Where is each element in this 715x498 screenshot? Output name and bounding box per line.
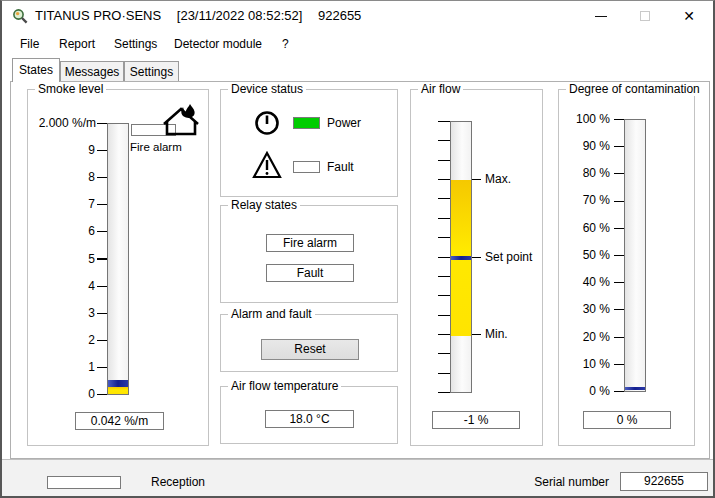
smoke-tick-label: 6 xyxy=(32,224,95,238)
fault-state-indicator xyxy=(293,161,320,173)
tab-states[interactable]: States xyxy=(12,58,60,82)
title-device-id: 922655 xyxy=(318,8,361,23)
maximize-button xyxy=(624,3,666,29)
air-flow-min-label: Min. xyxy=(485,327,508,341)
magnifier-icon xyxy=(12,8,28,24)
air-flow-group: Air flow xyxy=(410,89,543,446)
window-title: TITANUS PRO·SENS [23/11/2022 08:52:52] 9… xyxy=(35,8,373,23)
contamination-tick-label: 60 % xyxy=(562,221,610,235)
menu-report[interactable]: Report xyxy=(55,34,99,54)
smoke-level-title: Smoke level xyxy=(35,82,106,96)
close-icon: ✕ xyxy=(683,8,695,24)
title-bar: TITANUS PRO·SENS [23/11/2022 08:52:52] 9… xyxy=(2,1,713,31)
tab-settings[interactable]: Settings xyxy=(124,61,179,82)
fault-label: Fault xyxy=(327,160,354,174)
title-datetime: [23/11/2022 08:52:52] xyxy=(177,8,303,23)
power-state-indicator xyxy=(293,117,320,129)
menu-bar: File Report Settings Detector module ? xyxy=(2,32,713,54)
power-icon xyxy=(254,110,280,136)
smoke-tick-label: 1 xyxy=(32,360,95,374)
contamination-tick-label: 0 % xyxy=(562,384,610,398)
tab-messages[interactable]: Messages xyxy=(60,61,124,82)
alarm-fault-title: Alarm and fault xyxy=(228,307,315,321)
smoke-tick-label: 8 xyxy=(32,170,95,184)
smoke-level-gauge xyxy=(107,123,129,395)
air-flow-scale-ticks xyxy=(438,121,450,395)
smoke-tick-label: 7 xyxy=(32,197,95,211)
contamination-level-bar xyxy=(625,387,645,390)
relay-states-group: Relay states xyxy=(220,205,398,303)
serial-number-value: 922655 xyxy=(620,472,708,491)
air-flow-set-point-tick xyxy=(472,257,481,258)
smoke-tick-label: 3 xyxy=(32,306,95,320)
air-flow-value: -1 % xyxy=(432,411,520,429)
reception-label: Reception xyxy=(151,475,205,489)
status-bar: Reception Serial number 922655 xyxy=(2,459,713,496)
air-flow-max-label: Max. xyxy=(485,172,511,186)
minimize-icon xyxy=(595,16,607,17)
contamination-tick-label: 100 % xyxy=(562,112,610,126)
contamination-gauge xyxy=(624,119,646,392)
smoke-level-value: 0.042 %/m xyxy=(75,412,164,430)
fire-alarm-indicator-label: Fire alarm xyxy=(130,140,182,154)
relay-fault-indicator: Fault xyxy=(266,264,354,282)
smoke-scale-ticks xyxy=(97,123,107,396)
minimize-button[interactable] xyxy=(580,3,622,29)
smoke-tick-label: 5 xyxy=(32,252,95,266)
app-name: TITANUS PRO·SENS xyxy=(35,8,161,23)
relay-fire-alarm-indicator: Fire alarm xyxy=(266,234,354,252)
contamination-tick-label: 50 % xyxy=(562,248,610,262)
fire-alarm-icon xyxy=(161,104,201,136)
serial-number-label: Serial number xyxy=(472,475,609,489)
relay-states-title: Relay states xyxy=(228,198,300,212)
smoke-tick-label: 4 xyxy=(32,279,95,293)
app-window: TITANUS PRO·SENS [23/11/2022 08:52:52] 9… xyxy=(0,0,715,498)
maximize-icon xyxy=(640,11,650,21)
air-flow-title: Air flow xyxy=(418,82,463,96)
air-flow-set-point-marker xyxy=(451,256,471,260)
warning-triangle-icon xyxy=(252,151,282,179)
device-status-title: Device status xyxy=(228,82,306,96)
air-flow-gauge xyxy=(450,121,472,393)
contamination-tick-label: 80 % xyxy=(562,166,610,180)
contamination-tick-label: 20 % xyxy=(562,330,610,344)
air-temp-title: Air flow temperature xyxy=(228,379,341,393)
menu-file[interactable]: File xyxy=(16,34,43,54)
smoke-alarm-marker xyxy=(108,380,128,387)
menu-settings[interactable]: Settings xyxy=(110,34,161,54)
smoke-level-bar xyxy=(108,387,128,394)
tab-states-label: States xyxy=(19,63,53,77)
menu-detector-module[interactable]: Detector module xyxy=(170,34,266,54)
smoke-tick-label: 0 xyxy=(32,387,95,401)
contamination-value: 0 % xyxy=(583,411,671,429)
tab-settings-label: Settings xyxy=(130,65,173,79)
air-flow-max-tick xyxy=(472,179,481,180)
smoke-tick-label: 9 xyxy=(32,143,95,157)
menu-help[interactable]: ? xyxy=(278,34,293,54)
air-flow-set-point-label: Set point xyxy=(485,250,532,264)
contamination-tick-label: 70 % xyxy=(562,193,610,207)
close-button[interactable]: ✕ xyxy=(668,3,710,29)
air-flow-min-tick xyxy=(472,334,481,335)
reception-indicator xyxy=(47,476,121,489)
contamination-tick-label: 30 % xyxy=(562,302,610,316)
smoke-tick-label: 2 xyxy=(32,333,95,347)
contamination-tick-label: 90 % xyxy=(562,139,610,153)
reset-button[interactable]: Reset xyxy=(261,339,359,360)
smoke-scale-top-label: 2.000 %/m xyxy=(22,116,96,130)
power-label: Power xyxy=(327,116,361,130)
air-temp-value: 18.0 °C xyxy=(265,410,354,428)
contamination-title: Degree of contamination xyxy=(566,82,703,96)
tab-messages-label: Messages xyxy=(65,65,120,79)
device-status-group: Device status xyxy=(220,89,398,197)
contamination-scale-ticks xyxy=(614,119,624,394)
contamination-tick-label: 40 % xyxy=(562,275,610,289)
contamination-tick-label: 10 % xyxy=(562,357,610,371)
